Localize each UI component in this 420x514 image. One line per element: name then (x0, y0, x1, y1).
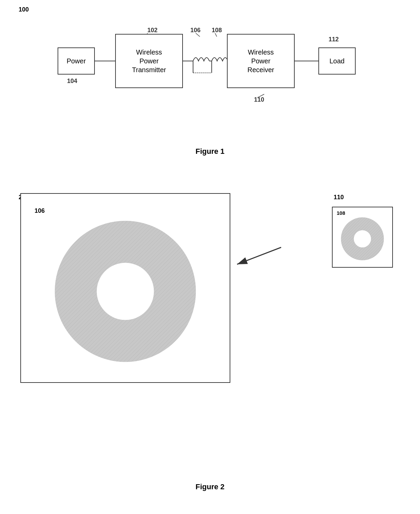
figure1-caption: Figure 1 (195, 147, 225, 156)
receiver-label: WirelessPowerReceiver (248, 48, 274, 74)
svg-text:108: 108 (212, 27, 222, 34)
power-box: Power (58, 47, 95, 75)
large-coil-box: 106 (20, 193, 230, 383)
svg-line-33 (237, 247, 281, 264)
svg-line-15 (215, 33, 217, 37)
transmitter-label: WirelessPowerTransmitter (132, 48, 166, 74)
svg-text:102: 102 (147, 27, 158, 34)
svg-line-17 (257, 94, 264, 98)
svg-point-24 (43, 215, 60, 233)
ref-108-fig2: 108 (337, 210, 345, 216)
figure1-diagram: 102 106 108 110 112 104 Power WirelessPo… (58, 20, 362, 129)
small-coil-box: 108 (332, 207, 393, 268)
svg-text:110: 110 (254, 96, 264, 103)
svg-text:106: 106 (190, 27, 201, 34)
svg-text:112: 112 (329, 36, 339, 43)
large-donut-svg (21, 194, 230, 382)
svg-point-31 (341, 217, 384, 260)
load-label: Load (330, 57, 345, 65)
svg-point-26 (55, 221, 196, 362)
svg-text:104: 104 (67, 78, 77, 84)
figure2-area: 210 106 (0, 173, 420, 505)
ref-106-fig2: 106 (35, 207, 45, 214)
receiver-box: WirelessPowerReceiver (227, 34, 295, 88)
figure1-svg: 102 106 108 110 112 104 (58, 20, 362, 129)
small-donut-svg (333, 207, 392, 267)
power-label: Power (67, 57, 86, 65)
ref-100: 100 (19, 6, 29, 13)
figure2-caption: Figure 2 (195, 482, 225, 491)
ref-110-fig2: 110 (334, 194, 344, 201)
transmitter-box: WirelessPowerTransmitter (115, 34, 183, 88)
figure1-area: 100 102 (0, 0, 420, 163)
svg-line-13 (196, 33, 200, 37)
load-box: Load (318, 47, 356, 75)
